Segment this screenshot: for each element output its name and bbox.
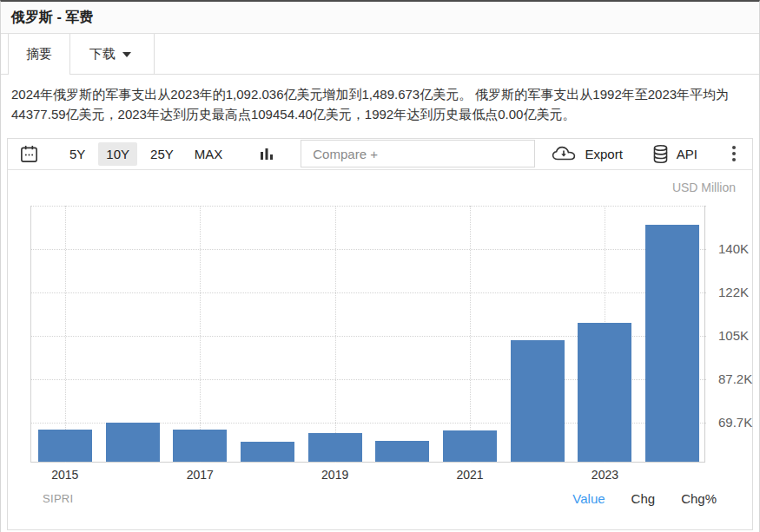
- mode-links: ValueChgChg%: [572, 491, 717, 506]
- x-tick-label: 2021: [442, 468, 498, 482]
- range-button-10y[interactable]: 10Y: [98, 142, 137, 166]
- page-header: 俄罗斯 - 军费: [1, 2, 759, 34]
- export-button[interactable]: Export: [551, 145, 622, 163]
- range-button-5y[interactable]: 5Y: [62, 142, 93, 166]
- tab-download[interactable]: 下载: [70, 34, 155, 74]
- chart-region: USD Million 140K122K105K87.2K69.7K201520…: [8, 170, 752, 529]
- export-cloud-icon: [551, 145, 577, 163]
- range-buttons: 5Y10Y25YMAX: [62, 142, 230, 166]
- mode-link-value[interactable]: Value: [572, 491, 605, 506]
- gridline-vertical: [200, 206, 201, 463]
- page: 俄罗斯 - 军费 摘要 下载 2024年俄罗斯的军事支出从2023年的1,092…: [0, 0, 760, 532]
- y-tick-label: 105K: [718, 328, 760, 343]
- y-tick-label: 140K: [718, 241, 760, 256]
- bar-2016[interactable]: [106, 423, 160, 462]
- bar-2023[interactable]: [578, 323, 631, 462]
- bar-2017[interactable]: [173, 430, 227, 462]
- bar-2021[interactable]: [443, 430, 497, 461]
- caret-down-icon: [122, 52, 131, 57]
- chart-toolbar: 5Y10Y25YMAX Export: [8, 139, 752, 170]
- y-tick-label: 69.7K: [718, 415, 760, 430]
- bar-2019[interactable]: [308, 433, 362, 462]
- more-options-button[interactable]: [727, 142, 741, 165]
- mode-link-chg[interactable]: Chg: [631, 491, 656, 506]
- page-title: 俄罗斯 - 军费: [11, 9, 749, 27]
- bar-2015[interactable]: [38, 430, 92, 462]
- x-tick-label: 2017: [172, 468, 228, 482]
- bar-2018[interactable]: [241, 442, 294, 461]
- source-label: SIPRI: [43, 492, 73, 505]
- compare-field-wrap: [301, 140, 535, 167]
- bar-2024[interactable]: [645, 225, 699, 462]
- calendar-icon: [19, 144, 39, 164]
- tab-download-label: 下载: [89, 46, 116, 62]
- api-button[interactable]: API: [652, 144, 697, 164]
- bar-2020[interactable]: [375, 441, 429, 461]
- summary-paragraph: 2024年俄罗斯的军事支出从2023年的1,092.036亿美元增加到1,489…: [1, 75, 759, 130]
- chart-type-button[interactable]: [260, 147, 274, 161]
- x-tick-label: 2019: [307, 468, 363, 482]
- kebab-icon: [732, 146, 736, 149]
- range-button-25y[interactable]: 25Y: [142, 142, 182, 166]
- chart-footer: SIPRI ValueChgChg%: [8, 491, 752, 506]
- y-tick-label: 87.2K: [718, 371, 760, 386]
- bar-2022[interactable]: [511, 340, 565, 461]
- export-label: Export: [585, 147, 622, 161]
- chart-card: 5Y10Y25YMAX Export: [7, 138, 753, 530]
- x-tick-label: 2015: [37, 468, 93, 482]
- api-label: API: [677, 147, 697, 161]
- unit-label: USD Million: [672, 181, 736, 194]
- y-tick-label: 122K: [718, 285, 760, 299]
- tab-summary[interactable]: 摘要: [8, 34, 70, 75]
- calendar-button[interactable]: [19, 144, 39, 164]
- database-icon: [652, 144, 669, 164]
- mode-link-chgpct[interactable]: Chg%: [681, 491, 717, 506]
- gridline-vertical: [470, 206, 471, 463]
- range-button-max[interactable]: MAX: [187, 142, 231, 166]
- bar-chart-icon: [260, 147, 274, 161]
- tab-bar: 摘要 下载: [1, 34, 759, 75]
- gridline-vertical: [335, 206, 336, 463]
- gridline-vertical: [65, 206, 66, 463]
- plot-area: 140K122K105K87.2K69.7K201520172019202120…: [30, 206, 705, 463]
- x-tick-label: 2023: [577, 468, 632, 482]
- toolbar-right: Export API: [551, 142, 741, 165]
- tab-summary-label: 摘要: [26, 46, 52, 62]
- compare-input[interactable]: [301, 140, 535, 167]
